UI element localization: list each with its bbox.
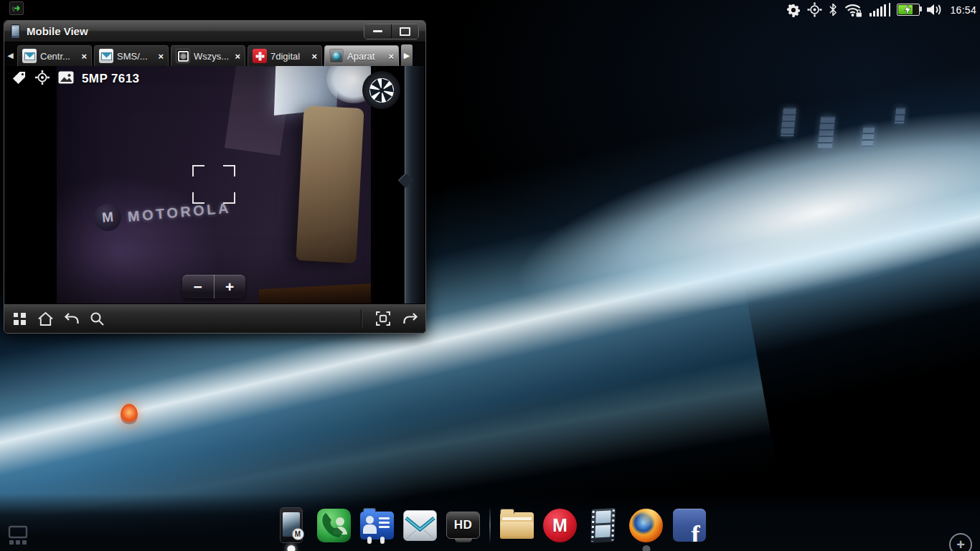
email-icon <box>403 510 437 541</box>
window-title: Mobile View <box>27 25 88 37</box>
tab-scroll-right-button[interactable]: ▶ <box>401 44 413 66</box>
window-toolbar <box>4 303 425 333</box>
tab-sms[interactable]: SMS/... × <box>94 45 169 66</box>
camera-app: 5MP 7613 M MOTOROLA − + <box>4 66 425 303</box>
bluetooth-icon[interactable] <box>829 3 837 17</box>
dock-item-firefox[interactable] <box>629 507 663 543</box>
folder-icon <box>500 512 534 539</box>
tab-label: 7digital <box>270 51 308 62</box>
home-icon[interactable] <box>37 310 54 327</box>
camera-resolution-label: 5MP 7613 <box>82 72 139 86</box>
maximize-button[interactable] <box>391 24 418 39</box>
back-icon[interactable] <box>63 310 80 327</box>
wallpaper-red-light <box>121 404 138 425</box>
email-icon <box>99 49 113 63</box>
clock[interactable]: 16:54 <box>950 4 978 16</box>
camera-zoom-control: − + <box>182 275 245 298</box>
gallery-icon[interactable] <box>58 71 74 87</box>
dock-item-email[interactable] <box>403 507 437 543</box>
hd-display-icon: HD <box>446 512 480 539</box>
mobile-phone-icon: M <box>280 507 303 543</box>
tab-close-button[interactable]: × <box>311 52 317 61</box>
tab-label: SMS/... <box>117 51 154 62</box>
settings-gear-icon[interactable] <box>786 3 801 17</box>
apps-grid-icon[interactable] <box>11 310 28 327</box>
battery-charging-icon[interactable] <box>897 4 920 16</box>
dock-item-motorola[interactable]: M <box>543 507 577 543</box>
phone-dialer-icon <box>317 509 351 542</box>
dock-item-facebook[interactable]: f <box>672 507 706 543</box>
firefox-icon <box>629 509 663 542</box>
tab-close-button[interactable]: × <box>158 52 164 61</box>
tab-centrum[interactable]: Centr... × <box>17 45 92 66</box>
running-indicator <box>642 545 650 551</box>
7digital-icon <box>253 49 267 63</box>
side-drawer-panel <box>405 66 424 303</box>
tab-label: Wszys... <box>194 51 231 62</box>
camera-icon <box>329 49 344 63</box>
drawer-handle-icon[interactable] <box>398 173 413 188</box>
dock-divider <box>489 508 491 542</box>
window-controls <box>364 24 419 39</box>
dock: M <box>0 504 980 547</box>
desktop: 16:54 Mobile View ◀ Centr... <box>0 0 980 551</box>
wifi-secured-icon[interactable] <box>844 3 863 17</box>
signal-strength-icon <box>870 4 890 17</box>
contacts-icon <box>360 512 394 540</box>
search-icon[interactable] <box>89 310 105 327</box>
app-frame-icon <box>176 49 190 63</box>
tab-close-button[interactable]: × <box>235 52 240 61</box>
location-icon[interactable] <box>807 2 822 17</box>
running-indicator <box>287 545 295 551</box>
dock-item-phone[interactable] <box>317 507 351 543</box>
volume-icon[interactable] <box>926 4 943 16</box>
tab-bar: ◀ Centr... × SMS/... <box>4 42 425 66</box>
dock-item-mobile-view[interactable]: M <box>274 507 308 543</box>
tab-close-button[interactable]: × <box>388 52 394 61</box>
tab-label: Aparat <box>347 51 385 62</box>
zoom-in-button[interactable]: + <box>215 275 246 298</box>
tab-7digital[interactable]: 7digital × <box>248 45 322 66</box>
mobile-phone-icon <box>11 24 20 39</box>
tab-close-button[interactable]: × <box>81 52 87 61</box>
dock-item-contacts[interactable] <box>360 507 394 543</box>
email-icon <box>22 49 37 63</box>
zoom-out-button[interactable]: − <box>182 275 215 298</box>
tag-icon[interactable] <box>11 70 27 88</box>
geotag-icon[interactable] <box>34 70 50 88</box>
mobile-view-window: Mobile View ◀ Centr... × <box>4 20 426 334</box>
forward-icon[interactable] <box>402 310 418 327</box>
camera-viewfinder[interactable]: M MOTOROLA − + <box>57 66 371 303</box>
motorola-icon: M <box>543 509 577 542</box>
tab-label: Centr... <box>40 51 77 62</box>
toolbar-divider <box>361 309 362 328</box>
focus-frame <box>192 165 235 204</box>
camera-topbar: 5MP 7613 <box>11 70 139 88</box>
minimize-button[interactable] <box>364 24 391 39</box>
facebook-icon: f <box>673 509 706 542</box>
dock-item-files[interactable] <box>500 507 534 543</box>
tab-scroll-left-button[interactable]: ◀ <box>6 44 15 66</box>
tab-wszystkie[interactable]: Wszys... × <box>171 45 245 66</box>
dock-item-hd[interactable]: HD <box>446 507 480 543</box>
shutter-button[interactable] <box>362 71 400 109</box>
status-bar: 16:54 <box>0 0 980 19</box>
window-titlebar[interactable]: Mobile View <box>4 21 425 42</box>
dock-item-media[interactable] <box>586 507 620 543</box>
fullscreen-icon[interactable] <box>374 310 391 327</box>
call-forward-icon[interactable] <box>9 1 24 15</box>
tab-aparat-active[interactable]: Aparat × <box>324 45 399 66</box>
filmstrip-icon <box>590 508 616 543</box>
